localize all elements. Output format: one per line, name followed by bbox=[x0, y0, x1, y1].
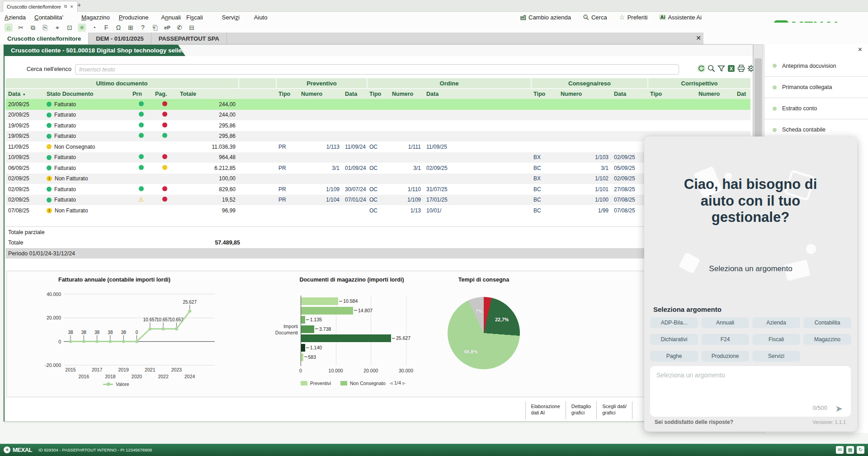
topic-chip-7[interactable]: Magazzino bbox=[803, 334, 851, 345]
assistant-input[interactable] bbox=[650, 366, 851, 398]
chart-pagination[interactable]: ◀1/4▶ bbox=[389, 380, 406, 385]
browser-tab[interactable]: Cruscotto cliente/fornitore ⧉ ✕ bbox=[3, 1, 78, 12]
action-button-0[interactable]: Elaborazionedati AI bbox=[525, 401, 566, 419]
sidebar-item-1[interactable]: Primanota collegata bbox=[764, 76, 868, 98]
copy-icon[interactable]: ⧉ bbox=[29, 24, 37, 32]
menu-servizi[interactable]: Servizi bbox=[222, 14, 240, 21]
topic-chip-6[interactable]: Fiscali bbox=[752, 334, 800, 345]
col-header-7[interactable]: Numero bbox=[298, 91, 342, 97]
col-header-0[interactable]: Data▾ bbox=[5, 91, 44, 97]
mail-icon[interactable]: ✉ bbox=[836, 446, 844, 454]
table-row[interactable]: 10/09/25Fatturato964,48BX1/10302/09/25 bbox=[5, 152, 750, 163]
new-tab-button[interactable]: + bbox=[75, 1, 83, 9]
scrollbar-thumb[interactable] bbox=[755, 58, 762, 140]
action-cerca[interactable]: Cerca bbox=[583, 14, 607, 21]
menu-magazzino[interactable]: Magazzino bbox=[81, 14, 110, 21]
menu-azienda[interactable]: Azienda bbox=[5, 14, 26, 21]
filter-icon[interactable] bbox=[717, 64, 726, 73]
select-icon[interactable]: ⌖ bbox=[53, 24, 61, 32]
refresh-icon[interactable] bbox=[697, 64, 706, 73]
sidebar-item-0[interactable]: Anteprima docuvision bbox=[764, 55, 868, 76]
sort-desc-icon[interactable]: ▾ bbox=[23, 92, 25, 97]
help-icon[interactable]: ? bbox=[139, 24, 147, 32]
cart-icon[interactable]: ⊟ bbox=[188, 24, 196, 32]
table-row[interactable]: 02/09/25!Non Fatturato100,00BX1/10202/09… bbox=[5, 174, 750, 184]
send-icon[interactable]: ➤ bbox=[835, 403, 843, 414]
close-sidebar-icon[interactable]: ✕ bbox=[858, 46, 863, 53]
phone-icon[interactable]: ✆ bbox=[175, 24, 184, 32]
calendar-icon[interactable]: ▦ bbox=[846, 446, 854, 454]
context-tab-1[interactable]: DEM - 01/01/2025 bbox=[89, 33, 151, 44]
sidebar-item-2[interactable]: Estratto conto bbox=[764, 98, 868, 119]
action-assistente-ai[interactable]: AiAssistente Ai bbox=[659, 14, 701, 21]
menu-aiuto[interactable]: Aiuto bbox=[254, 14, 268, 21]
table-row[interactable]: 02/09/25Fatturato⚠19,52PR1/10407/01/24OC… bbox=[5, 195, 750, 206]
home-icon[interactable]: ⌂ bbox=[5, 24, 13, 32]
topic-chip-10[interactable]: Servizi bbox=[752, 351, 800, 362]
table-row[interactable]: 02/09/25Fatturato829,60PR1/10930/07/24OC… bbox=[5, 184, 750, 195]
topic-chip-8[interactable]: Paghe bbox=[650, 351, 698, 362]
popout-icon[interactable]: ⧉ bbox=[64, 4, 67, 9]
col-header-2[interactable]: Prn bbox=[130, 91, 152, 97]
timer-icon[interactable]: ◔ bbox=[90, 24, 98, 32]
col-header-12[interactable]: Tipo bbox=[531, 91, 558, 97]
cut-icon[interactable]: ✂ bbox=[17, 24, 25, 32]
menu-fiscali[interactable]: Fiscali bbox=[186, 14, 203, 21]
topic-chip-1[interactable]: Annuali bbox=[701, 317, 749, 328]
col-header-15[interactable]: Tipo bbox=[647, 91, 696, 97]
sync-icon[interactable]: ↻ bbox=[857, 446, 864, 454]
table-row[interactable]: 11/09/25Non Consegnato11.036,39PR1/11311… bbox=[5, 141, 750, 152]
action-button-2[interactable]: Scegli dati/grafici bbox=[596, 401, 632, 419]
menu-annuali[interactable]: Annuali bbox=[161, 14, 181, 21]
topic-chip-4[interactable]: Dichiarativi bbox=[650, 334, 698, 345]
action-cambio-azienda[interactable]: Cambio azienda bbox=[520, 14, 571, 21]
col-header-1[interactable]: Stato Documento bbox=[44, 91, 130, 97]
menu-produzione[interactable]: Produzione bbox=[119, 14, 149, 21]
table-row[interactable]: 19/09/25Fatturato295,86 bbox=[5, 131, 750, 142]
col-header-14[interactable]: Data bbox=[611, 91, 647, 97]
topic-chip-3[interactable]: Contabilita bbox=[803, 317, 851, 328]
col-header-16[interactable]: Numero bbox=[696, 91, 734, 97]
topic-chip-9[interactable]: Produzione bbox=[701, 351, 749, 362]
collapse-icon[interactable]: ✳ bbox=[78, 24, 86, 32]
next-page-icon[interactable]: ▶ bbox=[402, 381, 406, 385]
table-row[interactable]: 20/09/25Fatturato244,00 bbox=[5, 110, 750, 121]
prn-indicator bbox=[139, 122, 144, 127]
ep-icon[interactable]: eP bbox=[163, 24, 171, 32]
table-row[interactable]: 19/09/25Fatturato295,86 bbox=[5, 120, 750, 131]
paste-icon[interactable]: ⎘ bbox=[41, 24, 49, 32]
excel-icon[interactable]: X bbox=[727, 64, 736, 73]
cell-data: 19/09/25 bbox=[5, 122, 44, 129]
col-header-13[interactable]: Numero bbox=[558, 91, 611, 97]
action-preferiti[interactable]: ☆Preferiti bbox=[619, 14, 648, 21]
col-header-10[interactable]: Numero bbox=[389, 91, 424, 97]
print-icon[interactable] bbox=[737, 64, 745, 73]
action-button-1[interactable]: Dettagliografici bbox=[566, 401, 596, 419]
pages-icon[interactable]: ⎗ bbox=[151, 24, 159, 32]
col-header-6[interactable]: Tipo bbox=[276, 91, 298, 97]
zoom-icon[interactable] bbox=[707, 64, 716, 73]
col-header-4[interactable]: Totale bbox=[177, 91, 238, 97]
topic-chip-0[interactable]: ADP-Bila... bbox=[650, 317, 698, 328]
close-tab-icon[interactable]: ✕ bbox=[70, 5, 74, 9]
topic-chip-2[interactable]: Azienda bbox=[752, 317, 800, 328]
prev-page-icon[interactable]: ◀ bbox=[389, 381, 393, 385]
calculator-icon[interactable]: ⊞ bbox=[127, 24, 135, 32]
col-header-17[interactable]: Dat bbox=[734, 91, 750, 97]
omega-icon[interactable]: Ω bbox=[114, 24, 123, 32]
col-header-11[interactable]: Data bbox=[424, 91, 531, 97]
table-row[interactable]: 06/09/25Fatturato6.212,85PR3/101/09/24OC… bbox=[5, 163, 750, 174]
col-header-8[interactable]: Data bbox=[342, 91, 367, 97]
col-header-9[interactable]: Tipo bbox=[367, 91, 389, 97]
table-row[interactable]: 20/09/25Fatturato244,00 bbox=[5, 99, 750, 110]
context-tab-0[interactable]: Cruscotto cliente/fornitore bbox=[0, 33, 89, 44]
col-header-3[interactable]: Pag. bbox=[152, 91, 177, 97]
search-input[interactable] bbox=[75, 64, 679, 75]
function-key-icon[interactable]: F bbox=[102, 24, 110, 32]
table-row[interactable]: 07/08/25!Non Fatturato96,99OC1/1310/01/B… bbox=[5, 205, 750, 216]
menu-contabilita[interactable]: Contabilita' bbox=[34, 14, 63, 21]
close-context-icon[interactable]: ✕ bbox=[694, 34, 703, 42]
monitor-icon[interactable]: ⊡ bbox=[66, 24, 74, 32]
context-tab-2[interactable]: PASSEPARTOUT SPA bbox=[151, 33, 227, 44]
topic-chip-5[interactable]: F24 bbox=[701, 334, 749, 345]
